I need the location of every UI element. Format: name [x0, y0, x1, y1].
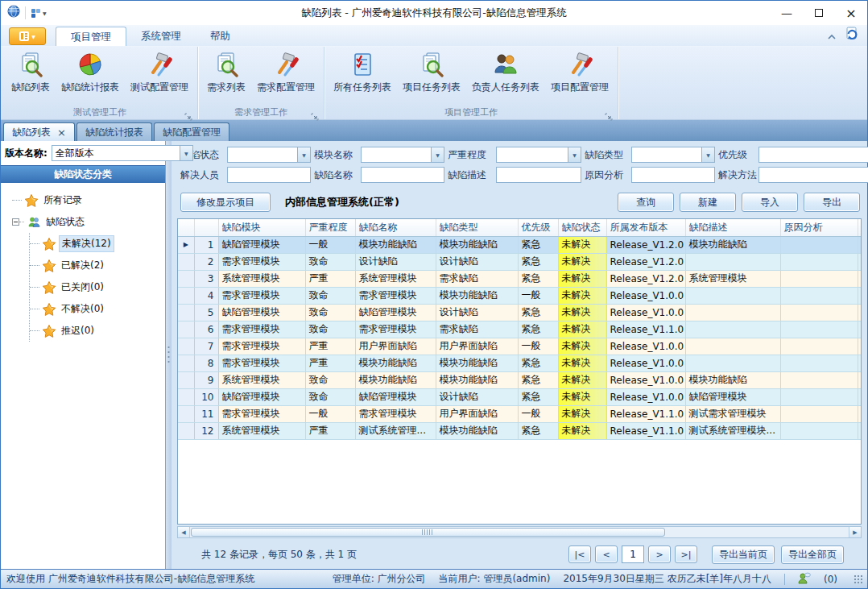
cell-col4[interactable]: 紧急	[518, 388, 558, 405]
cell-col4[interactable]: 紧急	[518, 321, 558, 338]
cell-col0[interactable]: 系统管理模块	[218, 422, 305, 439]
cell-col3[interactable]: 设计缺陷	[436, 388, 518, 405]
import-button[interactable]: 导入	[742, 193, 798, 212]
last-page-button[interactable]: >|	[675, 545, 697, 563]
cell-col5[interactable]: 未解决	[558, 287, 606, 304]
collapse-expander-icon[interactable]	[12, 218, 19, 226]
row-indicator-cell[interactable]	[178, 371, 194, 388]
version-input[interactable]	[52, 146, 180, 160]
column-header-3[interactable]: 缺陷类型	[436, 219, 518, 236]
cell-col7[interactable]: 模块功能缺陷	[685, 236, 780, 253]
table-row[interactable]: 5缺陷管理模块致命缺陷管理模块设计缺陷紧急未解决Release_V1.0.0	[178, 304, 862, 321]
resize-grip[interactable]	[854, 574, 863, 584]
cell-col4[interactable]: 一般	[518, 287, 558, 304]
filter-severity-combobox[interactable]: ▼	[496, 147, 581, 163]
cell-col7[interactable]	[685, 321, 780, 338]
filter-cause-analysis-input[interactable]	[632, 169, 714, 184]
cell-col1[interactable]: 严重	[305, 422, 355, 439]
ribbon-button-owner-task-list[interactable]: 负责人任务列表	[466, 49, 545, 106]
cell-col7[interactable]	[685, 304, 780, 321]
cell-col3[interactable]: 设计缺陷	[436, 304, 518, 321]
cell-col0[interactable]: 需求管理模块	[218, 355, 305, 371]
combo-dropdown-button[interactable]: ▼	[701, 147, 714, 162]
row-indicator-cell[interactable]	[178, 253, 194, 270]
cell-col7[interactable]: 测试系统管理模块...	[685, 422, 780, 439]
close-tab-icon[interactable]: ×	[57, 127, 66, 138]
column-header-1[interactable]: 严重程度	[305, 219, 355, 236]
cell-col4[interactable]: 一般	[518, 338, 558, 355]
table-row[interactable]: 4需求管理模块致命需求管理模块模块功能缺陷一般未解决Release_V1.0.0	[178, 287, 862, 304]
cell-col6[interactable]: Release_V1.2.0	[606, 236, 685, 253]
cell-col1[interactable]: 致命	[305, 321, 355, 338]
row-number-cell[interactable]: 5	[194, 304, 218, 321]
cell-col6[interactable]: Release_V1.1.0	[606, 422, 685, 439]
row-number-cell[interactable]: 11	[194, 405, 218, 422]
cell-col8[interactable]	[780, 287, 858, 304]
table-row[interactable]: 2需求管理模块致命设计缺陷设计缺陷紧急未解决Release_V1.2.0	[178, 253, 862, 270]
filter-defect-type-input[interactable]	[632, 147, 701, 162]
application-menu-button[interactable]: ▼	[9, 27, 46, 45]
cell-col7[interactable]	[685, 287, 780, 304]
row-indicator-cell[interactable]	[178, 304, 194, 321]
column-header-2[interactable]: 缺陷名称	[355, 219, 436, 236]
cell-col3[interactable]: 模块功能缺陷	[436, 287, 518, 304]
cell-col2[interactable]: 模块功能缺陷	[355, 236, 436, 253]
row-number-cell[interactable]: 3	[194, 270, 218, 287]
tree-item-unresolved[interactable]: 未解决(12)	[30, 233, 165, 255]
row-indicator-cell[interactable]	[178, 270, 194, 287]
cell-col9[interactable]	[858, 253, 862, 270]
cell-col3[interactable]: 用户界面缺陷	[436, 405, 518, 422]
cell-col3[interactable]: 设计缺陷	[436, 253, 518, 270]
filter-priority-input[interactable]	[759, 147, 868, 162]
cell-col7[interactable]: 模块功能缺陷	[685, 371, 780, 388]
cell-col2[interactable]: 需求管理模块	[355, 405, 436, 422]
cell-col4[interactable]: 紧急	[518, 236, 558, 253]
filter-defect-status-input[interactable]	[228, 147, 297, 162]
cell-col1[interactable]: 致命	[305, 371, 355, 388]
scrollbar-thumb[interactable]	[191, 528, 665, 537]
filter-defect-type-combobox[interactable]: ▼	[631, 147, 715, 163]
document-tab-defect-list[interactable]: 缺陷列表×	[3, 122, 75, 141]
cell-col9[interactable]	[858, 371, 862, 388]
cell-col9[interactable]	[858, 405, 862, 422]
cell-col8[interactable]	[780, 321, 858, 338]
cell-col6[interactable]: Release_V1.1.0	[606, 321, 685, 338]
ribbon-button-defect-stats-report[interactable]: 缺陷统计报表	[56, 49, 125, 106]
column-header-9[interactable]: 解决方法	[858, 219, 862, 236]
export-button[interactable]: 导出	[804, 193, 860, 212]
column-header-8[interactable]: 原因分析	[780, 219, 858, 236]
cell-col2[interactable]: 系统管理模块	[355, 270, 436, 287]
column-header-6[interactable]: 所属发布版本	[606, 219, 685, 236]
cell-col8[interactable]	[780, 304, 858, 321]
column-header-7[interactable]: 缺陷描述	[685, 219, 780, 236]
cell-col2[interactable]: 测试系统管理...	[355, 422, 436, 439]
cell-col8[interactable]	[780, 253, 858, 270]
cell-col8[interactable]	[780, 236, 858, 253]
cell-col2[interactable]: 设计缺陷	[355, 253, 436, 270]
cell-col9[interactable]	[858, 270, 862, 287]
row-indicator-cell[interactable]	[178, 287, 194, 304]
sidebar-splitter[interactable]	[166, 141, 172, 569]
cell-col6[interactable]: Release_V1.2.0	[606, 270, 685, 287]
cell-col5[interactable]: 未解决	[558, 371, 606, 388]
cell-col0[interactable]: 系统管理模块	[218, 371, 305, 388]
tree-item-all-records[interactable]: 所有记录	[12, 189, 165, 211]
cell-col9[interactable]	[858, 338, 862, 355]
filter-resolver-field[interactable]	[227, 167, 311, 183]
cell-col8[interactable]	[780, 405, 858, 422]
row-indicator-cell[interactable]: ▶	[178, 236, 194, 253]
new-button[interactable]: 新建	[680, 193, 736, 212]
row-number-cell[interactable]: 7	[194, 338, 218, 355]
cell-col0[interactable]: 缺陷管理模块	[218, 388, 305, 405]
cell-col2[interactable]: 模块功能缺陷	[355, 355, 436, 371]
cell-col5[interactable]: 未解决	[558, 405, 606, 422]
table-row[interactable]: 11需求管理模块一般需求管理模块用户界面缺陷一般未解决Release_V1.1.…	[178, 405, 862, 422]
filter-solution-field[interactable]	[758, 167, 868, 183]
cell-col4[interactable]: 紧急	[518, 253, 558, 270]
minimize-button[interactable]: —	[771, 1, 803, 25]
query-button[interactable]: 查询	[618, 193, 674, 212]
ribbon-button-test-config-mgmt[interactable]: 测试配置管理	[125, 49, 194, 106]
cell-col6[interactable]: Release_V1.1.0	[606, 405, 685, 422]
tree-item-wont-fix[interactable]: 不解决(0)	[30, 298, 165, 320]
cell-col3[interactable]: 用户界面缺陷	[436, 338, 518, 355]
